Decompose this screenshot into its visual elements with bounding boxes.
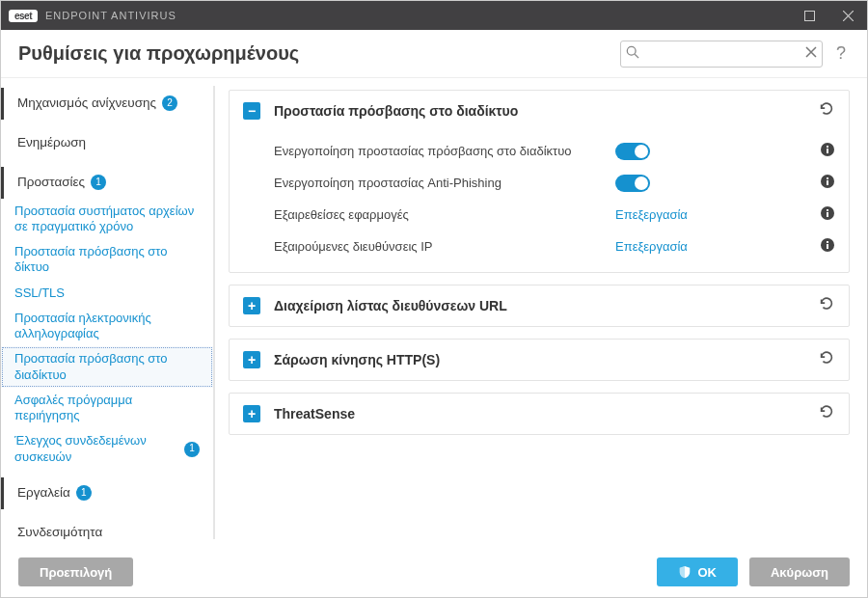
undo-icon[interactable] [818, 295, 835, 313]
info-button[interactable] [820, 205, 835, 224]
info-button[interactable] [820, 237, 835, 256]
cancel-button[interactable]: Ακύρωση [749, 557, 850, 586]
sidebar-item[interactable]: Ενημέρωση [1, 127, 213, 159]
sidebar-item-label: Ενημέρωση [17, 135, 86, 151]
sidebar-item[interactable]: Ασφαλές πρόγραμμα περιήγησης [1, 388, 213, 429]
toggle-switch[interactable] [615, 175, 650, 192]
sidebar-item-label: SSL/TLS [14, 285, 200, 301]
edit-link[interactable]: Επεξεργασία [615, 207, 688, 222]
close-button[interactable] [828, 1, 867, 30]
reset-button[interactable] [818, 349, 835, 370]
setting-label: Ενεργοποίηση προστασίας Anti-Phishing [274, 176, 615, 190]
product-name: ENDPOINT ANTIVIRUS [45, 10, 176, 21]
panel-header[interactable]: −Προστασία πρόσβασης στο διαδίκτυο [230, 91, 849, 131]
svg-rect-8 [827, 177, 828, 179]
edit-link[interactable]: Επεξεργασία [615, 239, 688, 254]
reset-button[interactable] [818, 295, 835, 316]
badge: 1 [91, 175, 106, 190]
info-button[interactable] [820, 174, 835, 192]
settings-panel: +Διαχείριση λίστας διευθύνσεων URL [229, 285, 850, 327]
ok-button[interactable]: OK [657, 557, 738, 586]
sidebar-item[interactable]: Προστασία συστήματος αρχείων σε πραγματι… [1, 199, 213, 240]
setting-label: Ενεργοποίηση προστασίας πρόσβασης στο δι… [274, 144, 615, 158]
info-icon[interactable] [820, 205, 835, 221]
setting-row: Ενεργοποίηση προστασίας Anti-Phishing [230, 167, 849, 199]
titlebar: eset ENDPOINT ANTIVIRUS [1, 1, 867, 30]
maximize-button[interactable] [790, 1, 828, 30]
sidebar-item[interactable]: Προστασία πρόσβασης στο δίκτυο [1, 239, 213, 281]
search-field-wrap [620, 41, 823, 68]
header: Ρυθμίσεις για προχωρημένους ? [1, 30, 867, 78]
sidebar-item[interactable]: SSL/TLS [1, 281, 213, 306]
sidebar-item-label: Εργαλεία [17, 485, 70, 502]
svg-line-2 [635, 54, 638, 58]
expand-icon[interactable]: + [243, 297, 260, 314]
expand-icon[interactable]: + [243, 405, 260, 422]
sidebar-item[interactable]: Προστασία ηλεκτρονικής αλληλογραφίας [1, 306, 213, 347]
setting-label: Εξαιρεθείσες εφαρμογές [274, 207, 615, 222]
sidebar-item-label: Συνδεσιμότητα [17, 525, 102, 541]
panel-title: Προστασία πρόσβασης στο διαδίκτυο [274, 103, 818, 119]
info-icon[interactable] [820, 237, 835, 253]
default-button[interactable]: Προεπιλογή [18, 557, 133, 586]
sidebar-item[interactable]: Συνδεσιμότητα [1, 517, 213, 547]
svg-rect-11 [827, 209, 828, 211]
ok-label: OK [697, 565, 717, 580]
panel-header[interactable]: +ThreatSense [230, 394, 849, 434]
collapse-icon[interactable]: − [243, 102, 260, 120]
setting-row: Εξαιρούμενες διευθύνσεις IPΕπεξεργασία [230, 231, 849, 262]
sidebar-item[interactable]: Προστασία πρόσβασης στο διαδίκτυο [1, 346, 213, 388]
panel-title: Σάρωση κίνησης HTTP(S) [274, 352, 818, 367]
info-button[interactable] [820, 142, 835, 160]
sidebar-item[interactable]: Εργαλεία1 [1, 477, 213, 509]
sidebar-item-label: Προστασία ηλεκτρονικής αλληλογραφίας [14, 311, 200, 342]
expand-icon[interactable]: + [243, 351, 260, 368]
sidebar-item-label: Έλεγχος συνδεδεμένων συσκευών [14, 433, 178, 465]
toggle-switch[interactable] [615, 143, 650, 160]
sidebar-item-label: Προστασία πρόσβασης στο δίκτυο [14, 244, 200, 276]
badge: 1 [184, 442, 200, 457]
brand-logo: eset [9, 10, 38, 22]
undo-icon[interactable] [818, 403, 835, 421]
body: Μηχανισμός ανίχνευσης2ΕνημέρωσηΠροστασίε… [1, 78, 867, 547]
reset-button[interactable] [818, 403, 835, 424]
sidebar-item[interactable]: Προστασίες1 [1, 167, 213, 199]
undo-icon[interactable] [818, 100, 835, 118]
settings-panel: +Σάρωση κίνησης HTTP(S) [229, 339, 850, 381]
badge: 1 [76, 485, 92, 501]
badge: 2 [162, 95, 177, 111]
sidebar-separator [1, 120, 213, 127]
setting-label: Εξαιρούμενες διευθύνσεις IP [274, 239, 615, 254]
shield-icon [678, 565, 692, 579]
info-icon[interactable] [820, 174, 835, 189]
svg-rect-10 [827, 212, 828, 217]
sidebar-item[interactable]: Μηχανισμός ανίχνευσης2 [1, 88, 213, 120]
svg-rect-5 [827, 146, 828, 148]
panel-title: ThreatSense [274, 406, 818, 421]
svg-rect-13 [827, 244, 828, 249]
clear-search-icon[interactable] [805, 45, 817, 61]
settings-panel: +ThreatSense [229, 393, 850, 435]
sidebar-item[interactable]: Έλεγχος συνδεδεμένων συσκευών1 [1, 428, 213, 470]
sidebar: Μηχανισμός ανίχνευσης2ΕνημέρωσηΠροστασίε… [1, 78, 213, 547]
panel-body: Ενεργοποίηση προστασίας πρόσβασης στο δι… [230, 131, 849, 272]
main-content: −Προστασία πρόσβασης στο διαδίκτυοΕνεργο… [215, 78, 867, 547]
panel-header[interactable]: +Διαχείριση λίστας διευθύνσεων URL [230, 285, 849, 326]
sidebar-item-label: Προστασίες [17, 175, 85, 191]
undo-icon[interactable] [818, 349, 835, 367]
panel-header[interactable]: +Σάρωση κίνησης HTTP(S) [230, 340, 849, 380]
search-input[interactable] [620, 41, 823, 68]
reset-button[interactable] [818, 100, 835, 122]
sidebar-separator [1, 159, 213, 167]
svg-rect-7 [827, 180, 828, 185]
svg-point-1 [627, 46, 636, 55]
svg-rect-4 [827, 149, 828, 153]
sidebar-item-label: Μηχανισμός ανίχνευσης [17, 95, 156, 112]
info-icon[interactable] [820, 142, 835, 157]
sidebar-separator [1, 509, 213, 517]
svg-rect-14 [827, 241, 828, 243]
page-title: Ρυθμίσεις για προχωρημένους [18, 42, 620, 65]
help-button[interactable]: ? [832, 43, 850, 64]
setting-row: Εξαιρεθείσες εφαρμογέςΕπεξεργασία [230, 199, 849, 231]
sidebar-item-label: Προστασία πρόσβασης στο διαδίκτυο [14, 351, 200, 383]
